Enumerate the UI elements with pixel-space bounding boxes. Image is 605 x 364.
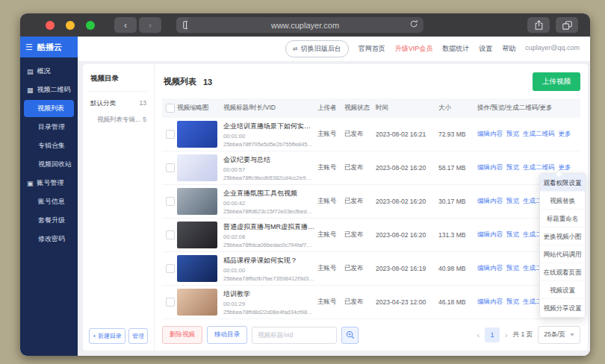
directory-item-default-category[interactable]: 默认分类13	[89, 92, 148, 108]
move-directory-button[interactable]: 移动目录	[207, 326, 247, 344]
upload-video-button[interactable]: 上传视频	[533, 72, 580, 91]
action-edit-content[interactable]: 编辑内容	[477, 197, 503, 206]
sidebar-menu: ▤概况▦视频二维码视频列表目录管理专辑合集视频回收站▣账号管理账号信息套餐升级修…	[20, 57, 78, 248]
video-thumbnail[interactable]	[177, 121, 217, 148]
sidebar-item-label: 概况	[37, 66, 51, 76]
hamburger-menu-icon[interactable]: ☰	[25, 43, 33, 52]
action-preview[interactable]: 预览	[506, 230, 519, 239]
per-page-select[interactable]: 25条/页	[538, 326, 580, 344]
action-preview[interactable]: 预览	[506, 163, 519, 172]
row-checkbox[interactable]	[166, 130, 175, 139]
thumbnail-cell	[177, 188, 223, 215]
share-icon[interactable]	[527, 17, 550, 33]
row-checkbox[interactable]	[166, 298, 175, 307]
nav-link-vip[interactable]: 升级VIP会员	[395, 44, 433, 54]
action-generate-qrcode[interactable]: 生成二维码	[523, 130, 555, 139]
action-preview[interactable]: 预览	[506, 130, 519, 139]
row-checkbox[interactable]	[166, 230, 175, 239]
sidebar-item-change-password[interactable]: 修改密码	[20, 230, 78, 248]
switch-old-version-button[interactable]: ⇄ 切换旧版后台	[285, 40, 349, 57]
menu-item-video-settings[interactable]: 视频设置	[540, 281, 585, 299]
refresh-icon[interactable]	[409, 19, 418, 30]
manage-button[interactable]: 管理	[128, 328, 148, 344]
back-icon[interactable]: ‹	[114, 17, 137, 33]
sidebar-item-plan-upgrade[interactable]: 套餐升级	[20, 211, 78, 230]
row-checkbox[interactable]	[166, 264, 175, 273]
nav-link-email[interactable]: cuplayer@qq.com	[525, 44, 580, 54]
page-title: 视频列表	[164, 76, 196, 87]
minimize-window-icon[interactable]	[66, 21, 75, 30]
sidebar-item-video-recycle-bin[interactable]: 视频回收站	[20, 155, 78, 174]
forward-icon[interactable]: ›	[139, 17, 161, 33]
video-vid: 25bbea78ffd623c15f72e03ecfbed973_2	[223, 208, 314, 215]
menu-item-title-rename[interactable]: 标题重命名	[540, 210, 585, 228]
delete-video-button[interactable]: 删除视频	[162, 326, 202, 344]
video-thumbnail[interactable]	[177, 222, 217, 248]
action-preview[interactable]: 预览	[506, 197, 519, 206]
search-input[interactable]	[252, 327, 337, 344]
checkbox-cell	[162, 298, 177, 307]
tabs-overview-icon[interactable]	[556, 17, 578, 33]
action-edit-content[interactable]: 编辑内容	[477, 264, 503, 273]
action-generate-qrcode[interactable]: 生成二维码	[523, 163, 555, 172]
video-vid: 25bbea78ffdca066edac0c794faf7c76_2	[223, 242, 314, 248]
sidebar-item-account-info[interactable]: 账号信息	[20, 192, 78, 211]
close-window-icon[interactable]	[46, 21, 55, 30]
table-body: 企业培训直播场景下如何实现异地嘉宾连麦00:01:0025bbea78ff795…	[162, 118, 580, 319]
status-cell: 已发布	[344, 264, 376, 273]
row-checkbox[interactable]	[166, 197, 175, 206]
row-checkbox[interactable]	[166, 163, 175, 172]
switch-icon: ⇄	[293, 46, 298, 52]
actions-cell: 编辑内容预览生成二维码更多	[477, 163, 580, 172]
directory-item-count: 13	[140, 99, 146, 108]
nav-link-stats[interactable]: 数据统计	[442, 44, 469, 54]
column-header: 视频缩略图	[177, 104, 223, 113]
title-cell: 精品课程录课如何实现？00:01:0025bbea78ffbcfb7fae735…	[223, 256, 317, 282]
menu-item-site-code-embed[interactable]: 网站代码调用	[540, 245, 585, 263]
video-title: 企业培训直播场景下如何实现异地嘉宾连麦	[223, 122, 314, 131]
search-button[interactable]	[341, 327, 359, 344]
prev-page-icon[interactable]: ‹	[477, 331, 480, 339]
video-duration: 00:00:57	[223, 166, 314, 173]
nav-link-settings[interactable]: 设置	[479, 44, 492, 54]
action-preview[interactable]: 预览	[506, 298, 519, 307]
video-thumbnail[interactable]	[177, 188, 217, 215]
nav-link-home[interactable]: 官网首页	[359, 44, 385, 54]
uploader-cell: 主账号	[317, 163, 344, 172]
pagination: ‹ 1 › 共 1 页 25条/页	[477, 326, 580, 344]
sidebar-item-album-collection[interactable]: 专辑合集	[20, 136, 78, 155]
title-cell: 企业培训直播场景下如何实现异地嘉宾连麦00:01:0025bbea78ff795…	[223, 122, 317, 148]
maximize-window-icon[interactable]	[86, 21, 95, 30]
video-thumbnail[interactable]	[177, 255, 217, 282]
current-page[interactable]: 1	[485, 327, 500, 342]
sidebar-item-label: 账号管理	[37, 178, 64, 188]
action-more[interactable]: 更多	[559, 130, 571, 139]
action-edit-content[interactable]: 编辑内容	[477, 230, 503, 239]
sidebar-item-account-management[interactable]: ▣账号管理	[20, 174, 78, 192]
directory-footer: + 新建目录 管理	[89, 328, 148, 344]
sidebar-item-overview[interactable]: ▤概况	[20, 62, 78, 81]
action-edit-content[interactable]: 编辑内容	[477, 163, 503, 172]
status-cell: 已发布	[344, 298, 376, 307]
nav-link-help[interactable]: 帮助	[502, 44, 515, 54]
action-edit-content[interactable]: 编辑内容	[477, 298, 503, 307]
menu-item-view-permission-settings[interactable]: 观看权限设置	[540, 174, 585, 192]
next-page-icon[interactable]: ›	[505, 331, 508, 339]
menu-item-online-watch-page[interactable]: 在线观看页面	[540, 263, 585, 281]
new-directory-button[interactable]: + 新建目录	[89, 328, 125, 344]
video-thumbnail[interactable]	[177, 289, 217, 316]
size-cell: 58.17 MB	[438, 164, 477, 172]
menu-item-change-video-thumbnail[interactable]: 更换视频小图	[540, 228, 585, 245]
sidebar-item-video-qrcode[interactable]: ▦视频二维码	[20, 81, 78, 99]
action-preview[interactable]: 预览	[506, 264, 519, 273]
list-header: 视频列表 13 上传视频	[162, 70, 580, 98]
menu-item-video-replace[interactable]: 视频替换	[540, 192, 585, 210]
address-bar[interactable]: www.cuplayer.com	[187, 17, 424, 33]
directory-item-video-list-album[interactable]: 视频列表专辑...5	[89, 108, 148, 125]
video-thumbnail[interactable]	[177, 154, 217, 181]
action-edit-content[interactable]: 编辑内容	[477, 130, 503, 139]
menu-item-video-share-settings[interactable]: 视频分享设置	[540, 299, 585, 317]
sidebar-item-directory-management[interactable]: 目录管理	[20, 118, 78, 136]
select-all-checkbox[interactable]	[166, 104, 175, 113]
sidebar-item-video-list[interactable]: 视频列表	[24, 100, 74, 117]
